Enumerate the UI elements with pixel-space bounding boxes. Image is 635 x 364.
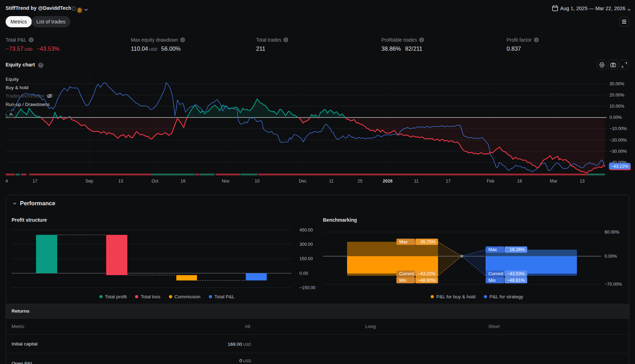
svg-text:35.75%: 35.75% xyxy=(421,239,436,244)
svg-text:16: 16 xyxy=(181,179,185,184)
svg-text:60.00%: 60.00% xyxy=(605,230,619,235)
svg-text:16: 16 xyxy=(517,179,522,184)
svg-text:0.00%: 0.00% xyxy=(609,115,622,120)
svg-text:−70.00%: −70.00% xyxy=(605,282,622,287)
svg-text:Max: Max xyxy=(399,239,408,244)
svg-text:30.00%: 30.00% xyxy=(609,81,624,86)
svg-text:11: 11 xyxy=(414,179,419,184)
svg-text:13: 13 xyxy=(580,179,585,184)
svg-text:Max: Max xyxy=(488,247,497,252)
svg-text:−43.22%: −43.22% xyxy=(418,271,436,276)
svg-text:−20.00%: −20.00% xyxy=(609,138,627,143)
svg-text:−43.53%: −43.53% xyxy=(507,271,525,276)
svg-text:Min: Min xyxy=(488,278,496,283)
svg-text:17: 17 xyxy=(33,179,37,184)
svg-text:Sep: Sep xyxy=(85,179,93,184)
svg-text:13: 13 xyxy=(118,179,123,184)
svg-text:17: 17 xyxy=(446,179,451,184)
svg-text:−30.00%: −30.00% xyxy=(609,149,627,154)
svg-text:Feb: Feb xyxy=(487,179,494,184)
svg-text:Min: Min xyxy=(399,278,407,283)
svg-text:16.26%: 16.26% xyxy=(510,247,525,252)
svg-text:Oct: Oct xyxy=(151,179,158,184)
svg-text:20.00%: 20.00% xyxy=(609,93,624,98)
svg-text:Mar: Mar xyxy=(550,179,557,184)
svg-text:?: ? xyxy=(40,63,42,67)
svg-text:0.00%: 0.00% xyxy=(605,254,617,259)
svg-text:10: 10 xyxy=(255,179,260,184)
svg-text:25: 25 xyxy=(358,179,362,184)
svg-text:Current: Current xyxy=(399,271,414,276)
svg-text:4: 4 xyxy=(6,179,8,184)
svg-text:−48.60%: −48.60% xyxy=(418,278,436,283)
svg-text:−48.61%: −48.61% xyxy=(507,278,525,283)
svg-text:−43.22%: −43.22% xyxy=(611,164,628,169)
svg-text:11: 11 xyxy=(329,179,334,184)
svg-text:10.00%: 10.00% xyxy=(609,104,624,109)
svg-text:Current: Current xyxy=(488,271,503,276)
svg-text:2026: 2026 xyxy=(383,179,393,184)
svg-text:Dec: Dec xyxy=(299,179,306,184)
svg-text:Nov: Nov xyxy=(222,179,230,184)
svg-text:−10.00%: −10.00% xyxy=(609,126,627,131)
